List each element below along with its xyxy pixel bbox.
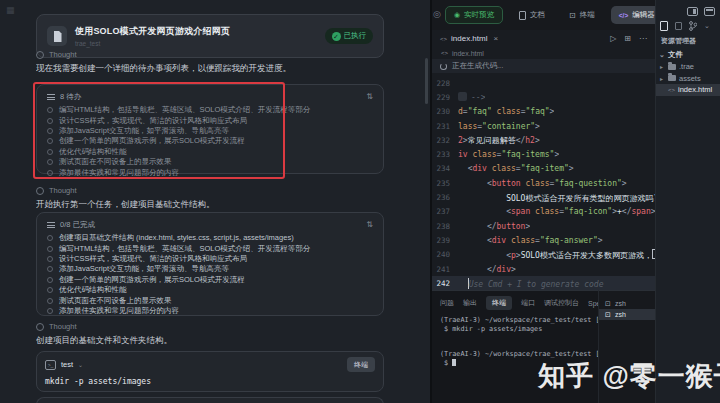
- line-number: 241: [432, 265, 458, 274]
- code-token: [458, 194, 506, 203]
- terminal-panel-tab[interactable]: 调试控制台: [544, 298, 579, 308]
- todo-checkbox-icon[interactable]: [47, 298, 53, 304]
- run-icon[interactable]: ▷: [610, 34, 616, 43]
- todo-item[interactable]: 添加最佳实践和常见问题部分的内容: [47, 167, 373, 177]
- chevron-down-icon[interactable]: ⌄: [78, 361, 83, 368]
- todo-checkbox-icon[interactable]: [47, 128, 53, 134]
- todo-checkbox-icon[interactable]: [47, 118, 53, 124]
- session-icon[interactable]: ◎: [433, 9, 441, 19]
- tab-terminal[interactable]: ⊡ 终端: [561, 6, 603, 24]
- terminal-panel-tab[interactable]: 输出: [463, 298, 477, 308]
- section-label: 文件: [668, 50, 683, 60]
- todo-item-label: 设计CSS样式，实现现代、简洁的设计风格和响应式布局: [59, 116, 247, 126]
- code-token: >: [535, 122, 540, 131]
- todo-checkbox-icon[interactable]: [47, 246, 53, 252]
- shell-session-item[interactable]: ⊡zsh: [599, 298, 655, 309]
- folder-icon: [668, 75, 676, 81]
- todo-checkbox-icon[interactable]: [47, 287, 53, 293]
- todo-item[interactable]: 设计CSS样式，实现现代、简洁的设计风格和响应式布局: [47, 115, 373, 125]
- code-text: lass="container">: [458, 122, 540, 131]
- todo-checkbox-icon[interactable]: [47, 266, 53, 272]
- check-icon: ✓: [332, 32, 341, 41]
- terminal-panel-tab[interactable]: 端口: [521, 298, 535, 308]
- editor-actions: ▷ ⊞ ⋯: [610, 34, 647, 43]
- todo-item[interactable]: 测试页面在不同设备上的显示效果: [47, 295, 373, 305]
- code-token: "faq": [526, 107, 550, 116]
- todo-item[interactable]: 创建一个简单的网页游戏示例，展示SOLO模式开发流程: [47, 136, 373, 146]
- terminal-panel-tab[interactable]: 问题: [440, 298, 454, 308]
- todo-item[interactable]: 设计CSS样式，实现现代、简洁的设计风格和响应式布局: [47, 254, 373, 264]
- chevron-right-icon: ▸: [660, 63, 665, 70]
- todo-checkbox-icon[interactable]: [47, 107, 53, 113]
- app-menu-icon[interactable]: ▦: [6, 5, 15, 15]
- terminal-panel-tab[interactable]: 终端: [486, 296, 512, 310]
- code-line: 236 SOLO模式适合开发所有类型的网页游戏吗?: [432, 190, 655, 204]
- tab-live-preview[interactable]: ◉ 实时预览: [445, 6, 503, 24]
- expand-icon[interactable]: ⇅: [366, 92, 373, 101]
- todo-item[interactable]: 优化代码结构和性能: [47, 147, 373, 157]
- thought-label: Thought: [36, 50, 77, 59]
- line-number: 242: [432, 279, 458, 288]
- toggle-layout-icon[interactable]: [704, 7, 715, 16]
- close-icon[interactable]: ×: [493, 34, 498, 43]
- explorer-section-header[interactable]: ⌄ 文件: [659, 50, 683, 60]
- new-folder-icon[interactable]: [675, 22, 682, 30]
- terminal-line: [440, 333, 596, 342]
- chat-scrollbar[interactable]: [425, 58, 428, 104]
- todo-item[interactable]: 编写HTML结构，包括导航栏、英雄区域、SOLO模式介绍、开发流程等部分: [47, 105, 373, 115]
- task-subtitle: trae_test: [75, 40, 230, 47]
- todo-item[interactable]: 创建项目基础文件结构 (index.html, styles.css, scri…: [47, 233, 373, 243]
- todo-checkbox-icon[interactable]: [47, 170, 53, 176]
- chevron-down-icon[interactable]: ⌄: [704, 22, 710, 30]
- git-branch-icon[interactable]: [689, 21, 697, 31]
- todo-item[interactable]: 创建一个简单的网页游戏示例，展示SOLO模式开发流程: [47, 275, 373, 285]
- spinner-icon: [440, 63, 447, 70]
- todo-item[interactable]: 添加JavaScript交互功能，如平滑滚动、导航高亮等: [47, 126, 373, 136]
- todo-count-label: 8 待办: [60, 92, 81, 102]
- code-token: class: [525, 179, 549, 188]
- terminal-cursor: [452, 359, 456, 366]
- explorer-item[interactable]: ▸.trae: [656, 61, 720, 73]
- code-line: 231lass="container">: [432, 119, 655, 133]
- tab-label: 实时预览: [464, 10, 494, 20]
- more-actions-icon[interactable]: ⋯: [639, 34, 647, 43]
- code-editor[interactable]: 228229-->230d="faq" class="faq">231lass=…: [432, 76, 655, 290]
- split-editor-icon[interactable]: ⊞: [624, 34, 631, 43]
- code-icon: <>: [440, 36, 447, 42]
- generating-status-bar: 正在生成代码...: [432, 59, 655, 73]
- todo-item[interactable]: 添加JavaScript交互功能，如平滑滚动、导航高亮等: [47, 264, 373, 274]
- todo-item-label: 创建项目基础文件结构 (index.html, styles.css, scri…: [59, 233, 294, 243]
- explorer-item[interactable]: ▸assets: [656, 73, 720, 85]
- todo-checkbox-icon[interactable]: [47, 256, 53, 262]
- todo-checkbox-icon[interactable]: [47, 159, 53, 165]
- open-terminal-button[interactable]: 终端: [347, 357, 375, 372]
- code-token: </: [458, 265, 497, 274]
- todo-item[interactable]: 优化代码结构和性能: [47, 285, 373, 295]
- explorer-toolbar: ⌄: [660, 21, 710, 31]
- code-line: 229-->: [432, 90, 655, 104]
- explorer-item-label: .trae: [679, 62, 694, 71]
- todo-item-label: 测试页面在不同设备上的显示效果: [59, 296, 172, 306]
- expand-icon[interactable]: ⇅: [366, 220, 373, 229]
- todo-item[interactable]: 添加最佳实践和常见问题部分的内容: [47, 306, 373, 316]
- todo-item[interactable]: 编写HTML结构，包括导航栏、英雄区域、SOLO模式介绍、开发流程等部分: [47, 243, 373, 253]
- task-card[interactable]: 使用SOLO模式开发网页游戏介绍网页 trae_test ✓ 已执行: [36, 14, 384, 58]
- todo-checkbox-icon[interactable]: [47, 277, 53, 283]
- todo-checkbox-icon[interactable]: [47, 235, 53, 241]
- code-text: <div class="faq-answer">: [458, 236, 603, 245]
- new-file-icon[interactable]: [660, 21, 668, 31]
- explorer-item[interactable]: ▸<>index.html: [656, 84, 720, 96]
- code-token: SOLO模式适合开发所有类型的网页游戏吗?: [506, 194, 655, 203]
- html-file-icon: <>: [668, 87, 675, 93]
- todo-checkbox-icon[interactable]: [47, 308, 53, 314]
- todo-item[interactable]: 测试页面在不同设备上的显示效果: [47, 157, 373, 167]
- shell-session-item[interactable]: ⊡zsh: [599, 309, 655, 320]
- editor-file-tab[interactable]: <> index.html ×: [440, 34, 498, 43]
- breadcrumb: <> index.html: [432, 47, 655, 59]
- todo-checkbox-icon[interactable]: [47, 138, 53, 144]
- toggle-panel-icon[interactable]: [687, 7, 698, 16]
- tab-docs[interactable]: 文档: [511, 6, 553, 24]
- todo-card-header: 0/8 已完成 ⇅: [47, 219, 373, 230]
- todo-checkbox-icon[interactable]: [47, 149, 53, 155]
- explorer-item-label: assets: [679, 74, 701, 83]
